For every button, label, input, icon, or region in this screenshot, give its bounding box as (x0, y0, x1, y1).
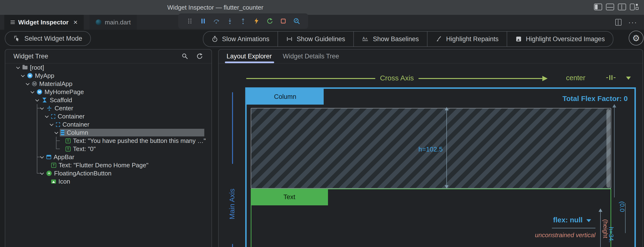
image-widget-icon (51, 180, 56, 184)
tree-row-materialapp[interactable]: MMaterialApp (5, 80, 212, 88)
toggle-right-dock-icon[interactable] (618, 4, 626, 10)
tab-widget-inspector[interactable]: Widget Inspector × (4, 15, 84, 30)
tree-item-label: Icon (58, 178, 70, 185)
chevron-down-icon[interactable] (54, 130, 58, 135)
restart-icon[interactable] (266, 17, 274, 25)
chevron-down-icon[interactable] (35, 98, 39, 102)
chevron-down-icon[interactable] (49, 122, 54, 126)
text-widget-tab[interactable]: Text (251, 188, 328, 205)
tree-item-label: [root] (30, 64, 44, 71)
chevron-down-icon[interactable] (16, 65, 20, 70)
stop-icon[interactable] (280, 17, 287, 25)
widget-inspector-icon[interactable] (293, 17, 300, 25)
stopwatch-icon (212, 36, 218, 42)
tab-widget-details-tree[interactable]: Widget Details Tree (283, 50, 339, 63)
tree-row-myapp[interactable]: MMyApp (5, 72, 212, 80)
toggle-highlight-oversized-images[interactable]: Highlight Oversized Images (507, 32, 613, 46)
chevron-down-icon[interactable] (30, 90, 34, 94)
tree-item-label: AppBar (54, 154, 74, 161)
project-panel-icon-dot-bottom (636, 7, 638, 10)
select-widget-mode-icon (14, 35, 20, 42)
cross-axis-line-left (246, 78, 375, 79)
m-filled-widget-icon: M (27, 73, 32, 78)
cross-axis-label: Cross Axis (375, 74, 418, 82)
tree-row-text-0-[interactable]: TText: "0" (5, 145, 212, 153)
more-menu-icon[interactable]: ··· (628, 20, 637, 25)
tree-row-text-you-have-pushed-the-butto[interactable]: TText: "You have pushed the button this … (5, 137, 212, 145)
tree-row-myhomepage[interactable]: MMyHomePage (5, 88, 212, 96)
tree-item-label: Text: "You have pushed the button this m… (73, 137, 206, 144)
project-panel-icon[interactable] (630, 4, 635, 10)
close-tab-icon[interactable]: × (74, 19, 78, 26)
chevron-down-icon[interactable] (44, 114, 49, 118)
text-widget-icon: T (51, 163, 56, 168)
tree-row--root-[interactable]: [root] (5, 64, 212, 72)
tab-main-dart-label: main.dart (105, 19, 130, 26)
widget-tree: [root]MMyAppMMaterialAppMMyHomePageScaff… (5, 64, 212, 247)
toggle-left-dock-icon[interactable] (594, 4, 602, 10)
tree-row-column[interactable]: Column (5, 128, 212, 137)
tree-row-container[interactable]: Container (5, 120, 212, 128)
column-constraint-fragment: (0.0 (618, 201, 626, 212)
tree-item-label: Container (62, 121, 90, 128)
column-widget-icon (61, 130, 64, 135)
chevron-down-icon[interactable] (40, 106, 44, 110)
tree-connector-stub (56, 149, 60, 149)
toggle-slow-animations[interactable]: Slow Animations (203, 32, 278, 46)
tree-row-text-flutter-demo-home-page-[interactable]: TText: "Flutter Demo Home Page" (5, 161, 212, 169)
cross-axis-arrowhead (542, 76, 548, 81)
tab-layout-explorer[interactable]: Layout Explorer (226, 50, 272, 63)
split-editor-icon[interactable] (615, 19, 622, 26)
text-height-value: h=34. (608, 227, 615, 243)
text-height-arrow-line (600, 211, 601, 247)
tab-main-dart[interactable]: main.dart (90, 15, 137, 30)
column-widget-tab[interactable]: Column (247, 89, 324, 104)
step-out-icon[interactable] (239, 17, 247, 25)
folder-widget-icon (22, 66, 28, 70)
toggle-bottom-dock-icon[interactable] (606, 4, 614, 10)
select-widget-mode-label: Select Widget Mode (24, 35, 82, 42)
chevron-down-icon[interactable] (626, 76, 631, 80)
devtools-window: Widget Inspector — flutter_counter Widge… (0, 0, 644, 247)
column-height-label: h=102.5 (400, 146, 443, 153)
tree-item-label: Scaffold (50, 96, 72, 104)
tree-connector-line (56, 137, 56, 149)
active-tab-underline (225, 62, 274, 63)
tree-row-floatingactionbutton[interactable]: +FloatingActionButton (5, 169, 212, 177)
step-over-icon[interactable] (213, 17, 220, 25)
cross-axis-alignment-icon[interactable] (606, 75, 616, 80)
tree-row-scaffold[interactable]: Scaffold (5, 96, 212, 104)
tree-row-appbar[interactable]: AppBar (5, 153, 212, 161)
drag-handle-icon[interactable] (186, 17, 194, 25)
chevron-down-icon[interactable] (40, 171, 44, 176)
chevron-down-icon[interactable] (20, 74, 25, 78)
toggle-show-baselines[interactable]: AAShow Baselines (353, 32, 427, 46)
svg-text:A: A (362, 36, 365, 40)
hamburger-icon (10, 20, 15, 24)
chevron-down-icon[interactable] (40, 155, 44, 159)
step-into-icon[interactable] (226, 17, 234, 25)
tree-row-icon[interactable]: Icon (5, 177, 212, 186)
tab-widget-inspector-label: Widget Inspector (18, 19, 69, 26)
text-widget-icon: T (66, 138, 70, 143)
search-icon[interactable] (181, 53, 188, 60)
toggle-label: Show Guidelines (297, 36, 345, 43)
layout-explorer-panel: Layout Explorer Widget Details Tree Cros… (218, 49, 643, 247)
tree-connector-stub (56, 140, 60, 141)
chevron-down-icon[interactable] (25, 82, 30, 86)
refresh-icon[interactable] (196, 53, 203, 60)
toggle-highlight-repaints[interactable]: Highlight Repaints (427, 32, 507, 46)
flex-dropdown[interactable]: flex: null (553, 216, 591, 224)
column-widget-box[interactable]: Column Total Flex Factor: 0 h=102.5 Text… (245, 87, 636, 247)
cross-axis-alignment-value[interactable]: center (566, 74, 586, 82)
settings-gear-button[interactable]: ⚙ (629, 31, 644, 46)
widget-tree-panel: Widget Tree [root]MMyAppMMaterialAppMMyH… (5, 49, 212, 247)
tree-row-center[interactable]: Center (5, 104, 212, 112)
toggle-show-guidelines[interactable]: Show Guidelines (278, 32, 353, 46)
tree-item-label: MyHomePage (44, 88, 84, 96)
tree-row-container[interactable]: Container (5, 112, 212, 120)
select-widget-mode-button[interactable]: Select Widget Mode (5, 31, 91, 46)
pause-icon[interactable] (199, 17, 207, 25)
m-filled-widget-icon: M (37, 89, 42, 94)
hot-reload-icon[interactable] (252, 17, 260, 25)
